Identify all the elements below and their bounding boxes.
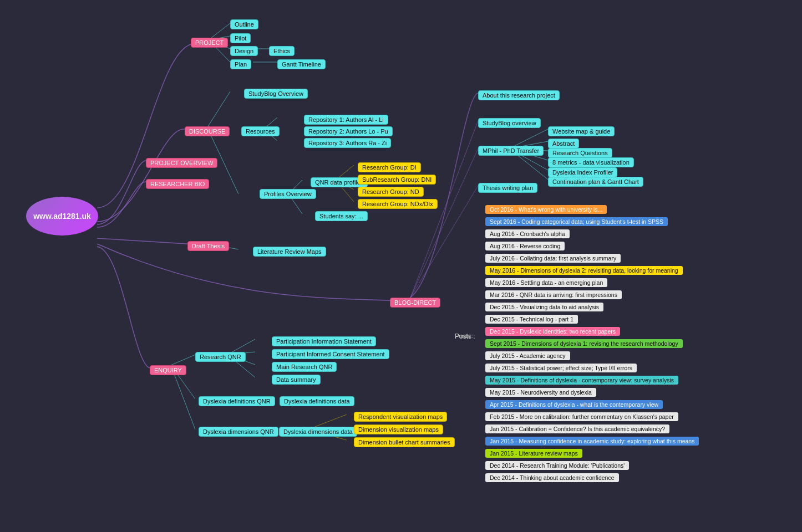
post-item-6[interactable]: May 2016 - Settling data - an emerging p… xyxy=(485,278,607,287)
node-about_project[interactable]: About this research project xyxy=(478,90,560,100)
post-item-20[interactable]: Jan 2015 - Literature review maps xyxy=(485,449,582,458)
node-project[interactable]: PROJECT xyxy=(191,38,228,48)
node-website_map[interactable]: Website map & guide xyxy=(548,126,615,136)
node-pilot[interactable]: Pilot xyxy=(230,33,251,43)
post-item-12[interactable]: July 2015 - Academic agency xyxy=(485,351,570,360)
node-lit_review[interactable]: Literature Review Maps xyxy=(253,247,326,257)
node-dyslexia_def_data[interactable]: Dyslexia definitions data xyxy=(280,396,354,406)
post-item-1[interactable]: Sept 2016 - Coding categorical data; usi… xyxy=(485,217,668,226)
post-item-15[interactable]: May 2015 - Neurodiversity and dyslexia xyxy=(485,388,596,397)
post-item-5[interactable]: May 2016 - Dimensions of dyslexia 2: rev… xyxy=(485,266,683,275)
node-dyslexia_dim_qnr[interactable]: Dyslexia dimensions QNR xyxy=(199,427,278,437)
node-studyblog_overview2[interactable]: StudyBlog overview xyxy=(478,118,541,128)
node-studyblog[interactable]: StudyBlog Overview xyxy=(244,89,308,99)
post-item-19[interactable]: Jan 2015 - Measuring confidence in acade… xyxy=(485,437,699,446)
node-profiles_overview[interactable]: Profiles Overview xyxy=(260,189,316,199)
node-research_questions[interactable]: Research Questions xyxy=(548,148,612,158)
node-mphil_phd[interactable]: MPhil - PhD Transfer xyxy=(478,146,544,156)
node-dyslexia_def_qnr[interactable]: Dyslexia definitions QNR xyxy=(199,396,275,406)
post-item-4[interactable]: July 2016 - Collating data: first analys… xyxy=(485,254,621,263)
node-abstract[interactable]: Abstract xyxy=(548,139,579,149)
post-item-2[interactable]: Aug 2016 - Cronbach's alpha xyxy=(485,229,570,238)
post-item-0[interactable]: Oct 2016 - What's wrong with university … xyxy=(485,205,607,214)
post-item-16[interactable]: Apr 2015 - Definitions of dyslexia - wha… xyxy=(485,400,663,409)
node-dyslexia_index[interactable]: Dyslexia Index Profiler xyxy=(548,167,617,177)
node-discourse[interactable]: DISCOURSE xyxy=(185,126,230,136)
node-researcher_bio[interactable]: RESEARCHER BIO xyxy=(146,179,209,189)
node-dimension_bullet[interactable]: Dimension bullet chart summaries xyxy=(354,437,455,447)
node-sub_rg_dni[interactable]: SubResearch Group: DNI xyxy=(358,175,436,185)
node-plan[interactable]: Plan xyxy=(230,59,251,69)
post-item-18[interactable]: Jan 2015 - Calibration = Confidence? Is … xyxy=(485,424,669,433)
posts-label: Posts : xyxy=(455,332,475,340)
node-repo2[interactable]: Repository 2: Authors Lo - Pu xyxy=(304,126,393,136)
post-item-8[interactable]: Dec 2015 - Visualizing data to aid analy… xyxy=(485,303,603,311)
svg-line-6 xyxy=(208,91,230,126)
post-item-22[interactable]: Dec 2014 - Thinking about academic confi… xyxy=(485,473,619,482)
center-label: www.ad1281.uk xyxy=(33,212,91,221)
node-respondent_viz[interactable]: Respondent visualization maps xyxy=(354,412,447,422)
node-participant_consent[interactable]: Participant Informed Consent Statement xyxy=(272,349,389,359)
node-dyslexia_dim_data[interactable]: Dyslexia dimensions data xyxy=(279,427,357,437)
node-participation_info[interactable]: Participation Information Statement xyxy=(272,336,376,346)
post-item-7[interactable]: Mar 2016 - QNR data is arriving: first i… xyxy=(485,290,622,299)
node-outline[interactable]: Outline xyxy=(230,19,258,29)
post-item-14[interactable]: May 2015 - Definitions of dyslexia - con… xyxy=(485,376,678,385)
node-resources[interactable]: Resources xyxy=(241,126,280,136)
node-rg_ndxdix[interactable]: Research Group: NDx/DIx xyxy=(358,199,438,209)
node-dimension_viz[interactable]: Dimension visualization maps xyxy=(354,424,443,434)
svg-line-19 xyxy=(410,121,478,298)
node-gantt[interactable]: Gantt Timeline xyxy=(277,59,326,69)
node-main_research_qnr[interactable]: Main Research QNR xyxy=(272,362,337,372)
node-project_overview[interactable]: PROJECT OVERVIEW xyxy=(146,158,217,168)
node-repo1[interactable]: Repository 1: Authors Al - Li xyxy=(304,115,388,125)
center-node[interactable]: www.ad1281.uk xyxy=(26,197,98,236)
node-draft_thesis[interactable]: Draft Thesis xyxy=(187,241,229,251)
post-item-13[interactable]: July 2015 - Statistical power; effect si… xyxy=(485,364,637,372)
node-continuation[interactable]: Continuation plan & Gantt Chart xyxy=(548,177,643,187)
node-rg_nd[interactable]: Research Group: ND xyxy=(358,187,424,197)
post-item-21[interactable]: Dec 2014 - Research Training Module: 'Pu… xyxy=(485,461,629,470)
post-item-17[interactable]: Feb 2015 - More on calibration: further … xyxy=(485,412,678,421)
post-item-11[interactable]: Sept 2015 - Dimensions of dyslexia 1: re… xyxy=(485,339,683,348)
node-blog_direct[interactable]: BLOG-DIRECT xyxy=(390,298,440,308)
node-repo3[interactable]: Repository 3: Authors Ra - Zi xyxy=(304,138,391,148)
svg-line-28 xyxy=(171,355,195,365)
node-data_summary[interactable]: Data summary xyxy=(272,375,321,385)
post-item-10[interactable]: Dec 2015 - Dyslexic identities: two rece… xyxy=(485,327,620,336)
post-item-3[interactable]: Aug 2016 - Reverse coding xyxy=(485,242,565,250)
node-thesis_writing[interactable]: Thesis writing plan xyxy=(478,183,537,193)
post-item-9[interactable]: Dec 2015 - Technical log - part 1 xyxy=(485,315,578,324)
node-students_say[interactable]: Students say: ... xyxy=(315,211,368,221)
node-design[interactable]: Design xyxy=(230,46,258,56)
node-metrics_dataviz[interactable]: 8 metrics - data visualization xyxy=(548,157,634,167)
node-enquiry[interactable]: ENQUIRY xyxy=(150,365,186,375)
node-rg_di[interactable]: Research Group: DI xyxy=(358,162,421,172)
node-research_qnr[interactable]: Research QNR xyxy=(195,352,246,362)
node-ethics[interactable]: Ethics xyxy=(269,46,295,56)
